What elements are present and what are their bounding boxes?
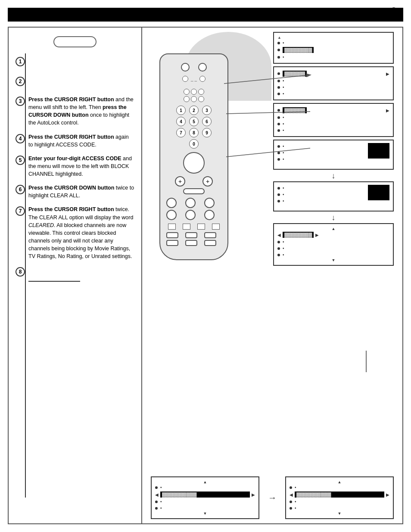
step-4: 4 Press the CURSOR RIGHT button again to… bbox=[16, 133, 134, 149]
num-8: 8 bbox=[189, 128, 199, 137]
lower-6 bbox=[204, 210, 215, 220]
bullet bbox=[277, 241, 280, 243]
menu-screens-column: ▲ • ▓▓▓▓▓▓▓▓ • ▓▓▓▓▓▓ bbox=[273, 32, 394, 268]
num-9: 9 bbox=[202, 128, 212, 137]
menu-screen-4: • • • bbox=[273, 140, 394, 170]
steps-container: 1 2 3 Press the CURSOR RIGHT button and … bbox=[16, 56, 134, 282]
bullet bbox=[277, 129, 280, 132]
remote-btn-2 bbox=[198, 63, 207, 72]
bs1-row3: • bbox=[155, 498, 255, 505]
black-box-2 bbox=[368, 185, 389, 200]
bullet bbox=[277, 56, 280, 59]
dpad-5 bbox=[191, 96, 197, 102]
screen2-row4: • bbox=[277, 90, 389, 97]
lower-2 bbox=[185, 198, 196, 208]
bs1-highlight: ▓▓▓▓▓▓▓▓▓▓ bbox=[160, 492, 250, 498]
bottom-6 bbox=[204, 240, 216, 246]
step-4-circle: 4 bbox=[16, 134, 25, 143]
screen2-row3: • bbox=[277, 84, 389, 90]
step-2-circle: 2 bbox=[16, 77, 25, 86]
lower-4 bbox=[166, 210, 177, 220]
bottom-2 bbox=[185, 232, 197, 238]
bottom-3 bbox=[204, 232, 216, 238]
bs1-row2: ◀ ▓▓▓▓▓▓▓▓▓▓ ▶ bbox=[155, 491, 255, 498]
bs1-down-arrow: ▼ bbox=[155, 511, 255, 516]
menu-screen-5: • • • bbox=[273, 181, 394, 212]
remote-nav-1 bbox=[182, 76, 188, 82]
menu-screen-1: ▲ • ▓▓▓▓▓▓▓▓ • bbox=[273, 32, 394, 64]
step-1-circle: 1 bbox=[16, 57, 25, 66]
menu-screen-3: ▓▓▓▓▓▓ ▶ • • • bbox=[273, 103, 394, 137]
screen4-row1: • bbox=[277, 143, 364, 149]
screen3-highlight: ▓▓▓▓▓▓ bbox=[283, 107, 307, 113]
remote-center-btn bbox=[183, 152, 205, 174]
lower-3 bbox=[204, 198, 215, 208]
left-panel: 1 2 3 Press the CURSOR RIGHT button and … bbox=[9, 28, 142, 523]
bullet bbox=[277, 145, 280, 148]
screen1-row1: • bbox=[277, 40, 389, 46]
num-6: 6 bbox=[202, 117, 212, 126]
screen5-row3: • bbox=[277, 198, 364, 204]
screen2-row1: ▓▓▓▓▓▓ ▶ bbox=[277, 70, 389, 78]
remote-nav-2 bbox=[199, 76, 206, 82]
step-8-circle: 8 bbox=[16, 267, 25, 277]
dpad-3 bbox=[198, 89, 204, 95]
screen3-row2: • bbox=[277, 114, 389, 121]
transport-3 bbox=[197, 224, 205, 230]
screen3-row4: • bbox=[277, 127, 389, 134]
num-4: 4 bbox=[176, 117, 186, 126]
down-arrow-1: ↓ bbox=[273, 171, 394, 180]
plus-btn: + bbox=[175, 176, 185, 187]
bullet bbox=[277, 93, 280, 95]
step-2: 2 bbox=[16, 76, 134, 86]
remote-btn-1 bbox=[181, 63, 190, 72]
step-8-line bbox=[28, 281, 80, 282]
step-1: 1 bbox=[16, 56, 134, 66]
screen4-row2: • bbox=[277, 149, 364, 156]
bs2-highlight: ▓▓▓▓▓▓▓▓▓▓ bbox=[295, 492, 384, 498]
screen5-row1: • bbox=[277, 185, 364, 191]
num-0: 0 bbox=[189, 139, 199, 149]
bullet bbox=[277, 86, 280, 89]
step-6: 6 Press the CURSOR DOWN button twice to … bbox=[16, 184, 134, 199]
remote-placeholder bbox=[53, 36, 97, 47]
bullet bbox=[277, 247, 280, 250]
bs2-row3: • bbox=[290, 498, 389, 505]
step-5: 5 Enter your four-digit ACCESS CODE and … bbox=[16, 155, 134, 178]
lower-1 bbox=[166, 198, 177, 208]
screen4-row3: • bbox=[277, 156, 364, 162]
bs2-row2: ◀ ▓▓▓▓▓▓▓▓▓▓ ▶ bbox=[290, 491, 389, 498]
bullet bbox=[155, 501, 158, 503]
step-7-text: Press the CURSOR RIGHT button twice. The… bbox=[28, 205, 134, 260]
plus-btn-2: + bbox=[202, 176, 213, 187]
step-5-circle: 5 bbox=[16, 156, 25, 165]
bs2-down-arrow: ▼ bbox=[290, 511, 389, 516]
main-content: 1 2 3 Press the CURSOR RIGHT button and … bbox=[8, 27, 403, 524]
screen1-row2: ▓▓▓▓▓▓▓▓ bbox=[277, 46, 389, 54]
bullet bbox=[155, 507, 158, 510]
dpad-1 bbox=[184, 89, 190, 95]
remote-dpad bbox=[181, 89, 207, 102]
screen6-row3: • bbox=[277, 245, 389, 252]
bullet bbox=[290, 507, 292, 510]
bs1-row4: • bbox=[155, 505, 255, 511]
black-box-1 bbox=[368, 143, 389, 159]
step-5-text: Enter your four-digit ACCESS CODE and th… bbox=[28, 155, 134, 178]
screen6-row4: • bbox=[277, 252, 389, 258]
bullet bbox=[277, 254, 280, 256]
dpad-6 bbox=[198, 96, 204, 102]
bs2-row1: • bbox=[290, 484, 389, 491]
transport-4 bbox=[212, 224, 220, 230]
screen2-highlight: ▓▓▓▓▓▓ bbox=[283, 71, 307, 77]
bullet bbox=[277, 116, 280, 119]
minus-btn bbox=[183, 188, 205, 194]
step-7-circle: 7 bbox=[16, 206, 25, 216]
num-1: 1 bbox=[176, 106, 186, 115]
bullet bbox=[277, 72, 280, 75]
bottom-screen-2: ▲ • ◀ ▓▓▓▓▓▓▓▓▓▓ ▶ • • ▼ bbox=[285, 476, 394, 519]
down-arrow-2: ↓ bbox=[273, 213, 394, 222]
step-8: 8 bbox=[16, 266, 134, 277]
screen3-row3: • bbox=[277, 121, 389, 127]
menu-screen-6: ▲ ◀ ▓▓▓▓▓▓▓▓ ▶ • • • ▼ bbox=[273, 223, 394, 266]
bottom-screen-1: ▲ • ◀ ▓▓▓▓▓▓▓▓▓▓ ▶ • • ▼ bbox=[151, 476, 259, 519]
